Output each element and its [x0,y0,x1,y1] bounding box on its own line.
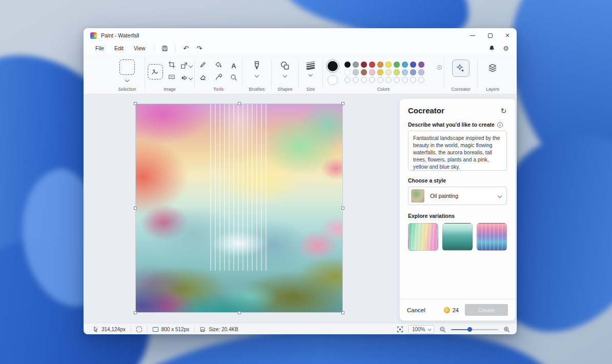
color-swatch[interactable] [394,69,400,75]
info-icon[interactable]: i [497,122,503,128]
color-swatch[interactable] [361,69,367,75]
minimize-button[interactable] [464,29,481,42]
fit-to-screen-button[interactable] [397,326,403,333]
menu-file[interactable]: File [90,44,109,53]
magnifier-tool[interactable] [230,74,237,83]
selection-handle[interactable] [134,311,137,314]
style-dropdown[interactable]: Oil painting [408,187,507,205]
edit-colors-button[interactable]: + [430,67,441,78]
selection-handle[interactable] [341,311,344,314]
color-swatch[interactable] [418,62,424,68]
secondary-color-well[interactable] [328,75,338,85]
cancel-button[interactable]: Cancel [407,307,425,313]
rotate-flip-button[interactable] [180,74,192,82]
brushes-group[interactable]: Brushes [242,54,271,94]
save-button[interactable] [158,44,172,53]
close-button[interactable]: × [499,29,516,42]
text-tool[interactable]: A [231,62,236,70]
color-swatch[interactable] [369,69,375,75]
primary-color-well[interactable] [326,59,339,73]
settings-button[interactable]: ⚙ [503,45,509,52]
maximize-button[interactable] [481,29,499,42]
zoom-out-button[interactable] [439,326,446,333]
cocreator-group[interactable]: Cocreator [444,54,477,94]
color-swatch[interactable] [361,62,367,68]
color-swatch[interactable] [402,62,408,68]
redo-button[interactable]: ↷ [193,44,206,53]
canvas[interactable] [135,104,343,313]
color-swatch[interactable] [394,62,400,68]
resize-icon [180,62,188,69]
selection-handle[interactable] [134,102,137,105]
statusbar: 314,124px 800 x 512px Size: 20.4KB 100% [84,323,516,334]
color-swatch[interactable] [344,69,351,75]
minimize-icon [470,35,475,36]
zoom-in-button[interactable] [503,326,510,333]
menu-view[interactable]: View [129,44,151,53]
zoom-level-dropdown[interactable]: 100% [409,325,434,334]
chevron-down-icon[interactable] [255,73,259,77]
color-swatch[interactable] [353,62,359,68]
color-swatch[interactable] [369,77,375,83]
color-swatch[interactable] [377,77,383,83]
color-swatch[interactable] [410,77,416,83]
eraser-tool[interactable] [199,74,207,83]
fill-tool[interactable] [215,61,222,70]
chevron-down-icon[interactable] [283,73,287,77]
crop-button[interactable] [168,61,175,70]
color-swatch[interactable] [385,62,392,68]
color-swatch[interactable] [418,77,424,83]
eyedropper-tool[interactable] [215,74,222,83]
selection-handle[interactable] [238,102,241,105]
gear-icon: ⚙ [503,45,509,52]
color-swatch[interactable] [418,69,424,75]
zoom-slider[interactable] [451,327,498,332]
color-swatch[interactable] [385,77,392,83]
file-size-icon [200,327,206,332]
shapes-group[interactable]: Shapes [272,54,298,94]
variation-thumbnail-1[interactable] [408,223,438,251]
color-swatch[interactable] [394,77,400,83]
selection-size-icon [136,327,142,332]
chevron-down-icon[interactable] [125,78,129,82]
color-swatch[interactable] [402,69,408,75]
color-swatch[interactable] [377,62,383,68]
size-group[interactable]: Size [299,54,322,94]
group-label: Size [299,87,322,92]
selection-handle[interactable] [134,207,137,210]
selection-handle[interactable] [341,102,344,105]
color-swatch[interactable] [410,69,416,75]
color-swatch[interactable] [361,77,367,83]
selection-handle[interactable] [341,207,344,210]
color-swatch[interactable] [344,77,351,83]
history-button[interactable]: ↺ [501,107,507,115]
slider-thumb[interactable] [467,327,472,332]
resize-button[interactable] [180,62,192,69]
maximize-icon [488,33,493,38]
color-swatch[interactable] [344,62,351,68]
color-swatch[interactable] [402,77,408,83]
selection-brush-button[interactable] [168,73,175,83]
prompt-input[interactable]: Fantastical landscape inspired by the be… [408,131,507,171]
menu-edit[interactable]: Edit [109,44,129,53]
variation-thumbnail-3[interactable] [477,223,507,251]
pencil-tool[interactable] [199,61,207,70]
ai-image-button[interactable] [148,64,163,79]
color-swatch[interactable] [369,62,375,68]
color-swatch[interactable] [410,62,416,68]
chevron-down-icon[interactable] [309,72,313,76]
selection-group[interactable]: Selection [110,54,145,94]
color-swatch[interactable] [353,77,359,83]
bell-icon[interactable] [489,45,495,51]
color-swatch[interactable] [353,69,359,75]
variation-thumbnail-2[interactable] [442,223,473,251]
chevron-down-icon [188,76,192,80]
divider [154,45,155,52]
cocreator-button[interactable] [452,59,470,77]
create-button[interactable]: Create [465,304,508,316]
selection-handle[interactable] [238,311,241,314]
undo-button[interactable]: ↶ [179,44,193,53]
color-swatch[interactable] [385,69,392,75]
layers-group[interactable]: Layers [478,54,507,94]
color-swatch[interactable] [377,69,383,75]
